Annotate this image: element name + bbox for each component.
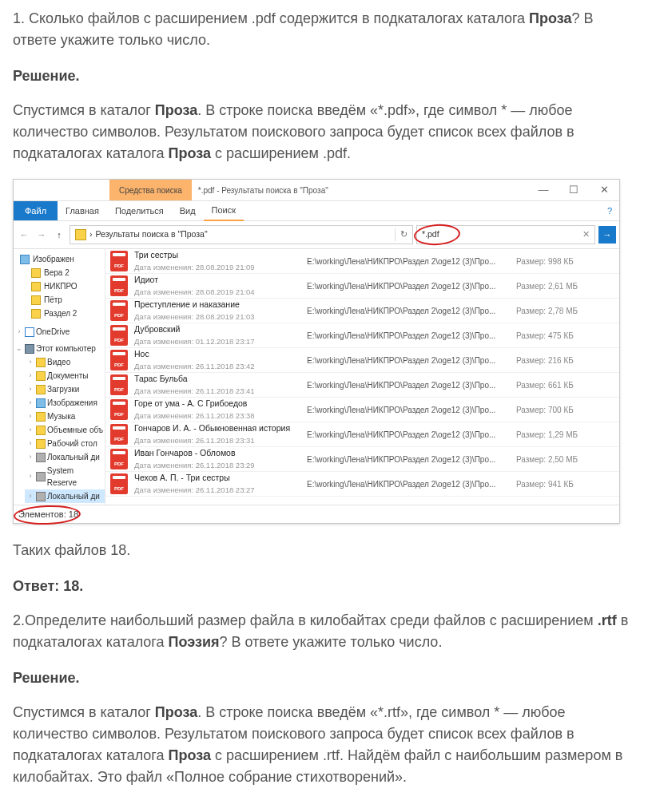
result-row[interactable]: Чехов А. П. - Три сестрыДата изменения: … bbox=[105, 472, 619, 497]
file-name: Горе от ума - А. С Грибоедов bbox=[134, 398, 300, 410]
sidebar-label: Раздел 2 bbox=[44, 307, 77, 319]
chevron-right-icon[interactable]: › bbox=[26, 357, 34, 368]
result-row[interactable]: ДубровскийДата изменения: 01.12.2018 23:… bbox=[105, 323, 619, 348]
titlebar: Средства поиска *.pdf - Результаты поиск… bbox=[14, 180, 619, 201]
result-row[interactable]: Гончаров И. А. - Обыкновенная историяДат… bbox=[105, 422, 619, 447]
chevron-right-icon[interactable]: › bbox=[26, 452, 34, 463]
sidebar-label: Документы bbox=[47, 370, 89, 382]
folder-icon bbox=[36, 412, 46, 422]
folder-icon bbox=[36, 371, 46, 381]
chevron-right-icon[interactable]: › bbox=[15, 327, 23, 338]
name-column: Иван Гончаров - ОбломовДата изменения: 2… bbox=[134, 447, 300, 471]
sidebar-item-images[interactable]: Изображен bbox=[14, 252, 105, 266]
result-row[interactable]: НосДата изменения: 26.11.2018 23:42E:\wo… bbox=[105, 348, 619, 373]
file-size: Размер: 661 КБ bbox=[510, 379, 574, 391]
tab-view[interactable]: Вид bbox=[172, 201, 204, 220]
nav-up-button[interactable]: ↑ bbox=[52, 228, 66, 242]
sidebar-item-music[interactable]: ›Музыка bbox=[25, 410, 105, 423]
nav-back-button[interactable]: ← bbox=[17, 228, 31, 242]
minimize-button[interactable]: — bbox=[528, 180, 559, 200]
sidebar-item-localdisk2[interactable]: ›Локальный ди bbox=[25, 489, 105, 503]
drive-icon bbox=[36, 492, 46, 501]
location-bar[interactable]: › Результаты поиска в "Проза" ↻ bbox=[70, 225, 413, 244]
refresh-icon[interactable]: ↻ bbox=[395, 228, 412, 241]
folder-icon bbox=[36, 426, 46, 435]
file-size: Размер: 2,61 МБ bbox=[510, 280, 578, 292]
search-tools-tab[interactable]: Средства поиска bbox=[109, 180, 192, 200]
file-date: Дата изменения: 26.11.2018 23:42 bbox=[134, 361, 300, 372]
sidebar-label: Вера 2 bbox=[44, 267, 70, 279]
sidebar-item-sysreserve[interactable]: ›System Reserve bbox=[25, 464, 105, 489]
file-path: E:\working\Лена\НИКПРО\Раздел 2\oge12 (3… bbox=[307, 379, 503, 391]
sidebar-item-vera[interactable]: Вера 2 bbox=[25, 266, 105, 279]
file-size: Размер: 216 КБ bbox=[510, 355, 574, 366]
chevron-right-icon[interactable]: › bbox=[26, 411, 34, 422]
maximize-button[interactable]: ☐ bbox=[559, 180, 589, 200]
pc-icon bbox=[25, 344, 34, 354]
name-column: Три сестрыДата изменения: 28.08.2019 21:… bbox=[134, 249, 300, 273]
result-list[interactable]: Три сестрыДата изменения: 28.08.2019 21:… bbox=[105, 249, 619, 505]
file-path: E:\working\Лена\НИКПРО\Раздел 2\oge12 (3… bbox=[307, 429, 503, 441]
sidebar-item-video[interactable]: ›Видео bbox=[25, 355, 105, 369]
name-column: НосДата изменения: 26.11.2018 23:42 bbox=[134, 348, 300, 372]
file-tab[interactable]: Файл bbox=[14, 201, 58, 220]
sidebar-item-thispc[interactable]: ⌄Этот компьютер bbox=[14, 342, 105, 355]
search-go-button[interactable]: → bbox=[598, 226, 616, 244]
q1-sol-c: с расширением .pdf. bbox=[211, 145, 351, 161]
q2-solution-heading: Решение. bbox=[13, 667, 639, 689]
close-button[interactable]: ✕ bbox=[589, 180, 619, 200]
result-row[interactable]: Тарас БульбаДата изменения: 26.11.2018 2… bbox=[105, 373, 619, 398]
result-row[interactable]: ИдиотДата изменения: 28.08.2019 21:04E:\… bbox=[105, 274, 619, 299]
pictures-icon bbox=[36, 398, 46, 408]
file-date: Дата изменения: 26.11.2018 23:27 bbox=[134, 485, 300, 496]
chevron-right-icon[interactable]: › bbox=[26, 438, 34, 450]
file-date: Дата изменения: 26.11.2018 23:41 bbox=[134, 386, 300, 397]
chevron-right-icon[interactable]: › bbox=[26, 398, 34, 409]
sidebar-item-3dobjects[interactable]: ›Объемные объ bbox=[25, 423, 105, 437]
help-icon[interactable]: ? bbox=[600, 204, 619, 218]
pdf-icon bbox=[110, 449, 128, 469]
chevron-right-icon[interactable]: › bbox=[26, 471, 34, 482]
sidebar-item-razdel[interactable]: Раздел 2 bbox=[25, 307, 105, 320]
chevron-right-icon[interactable]: › bbox=[26, 425, 34, 436]
result-row[interactable]: Иван Гончаров - ОбломовДата изменения: 2… bbox=[105, 447, 619, 472]
name-column: Тарас БульбаДата изменения: 26.11.2018 2… bbox=[134, 373, 300, 397]
chevron-down-icon[interactable]: ⌄ bbox=[15, 343, 23, 355]
sidebar-label: Этот компьютер bbox=[36, 343, 96, 355]
sidebar: Изображен Вера 2 НИКПРО Пётр Раздел 2 ›O… bbox=[14, 249, 105, 505]
search-input[interactable]: *.pdf ✕ bbox=[416, 225, 595, 244]
sidebar-item-petr[interactable]: Пётр bbox=[25, 293, 105, 307]
chevron-right-icon[interactable]: › bbox=[26, 491, 34, 502]
sidebar-item-desktop[interactable]: ›Рабочий стол bbox=[25, 437, 105, 450]
sidebar-item-nikpro[interactable]: НИКПРО bbox=[25, 279, 105, 293]
folder-icon bbox=[31, 295, 41, 305]
file-name: Дубровский bbox=[134, 323, 300, 336]
pdf-icon bbox=[110, 374, 128, 395]
q2-text-c: ? В ответе укажите только число. bbox=[219, 634, 442, 650]
file-date: Дата изменения: 01.12.2018 23:17 bbox=[134, 336, 300, 347]
nav-forward-button[interactable]: → bbox=[34, 228, 49, 242]
tab-share[interactable]: Поделиться bbox=[107, 201, 172, 220]
sidebar-item-onedrive[interactable]: ›OneDrive bbox=[14, 325, 105, 339]
result-row[interactable]: Преступление и наказаниеДата изменения: … bbox=[105, 299, 619, 323]
sidebar-item-pictures[interactable]: ›Изображения bbox=[25, 396, 105, 410]
tab-home[interactable]: Главная bbox=[58, 201, 107, 220]
result-row[interactable]: Горе от ума - А. С ГрибоедовДата изменен… bbox=[105, 398, 619, 422]
file-size: Размер: 700 КБ bbox=[510, 404, 574, 416]
sidebar-item-downloads[interactable]: ›Загрузки bbox=[25, 382, 105, 396]
chevron-right-icon[interactable]: › bbox=[26, 384, 34, 395]
pdf-icon bbox=[110, 399, 128, 420]
name-column: Преступление и наказаниеДата изменения: … bbox=[134, 299, 300, 323]
sidebar-item-docs[interactable]: ›Документы bbox=[25, 369, 105, 382]
name-column: Горе от ума - А. С ГрибоедовДата изменен… bbox=[134, 398, 300, 422]
chevron-right-icon[interactable]: › bbox=[26, 370, 34, 382]
file-name: Тарас Бульба bbox=[134, 373, 300, 386]
tab-search[interactable]: Поиск bbox=[204, 200, 244, 221]
q2-poem: Поэзия bbox=[169, 634, 220, 650]
folder-icon bbox=[36, 385, 46, 394]
result-row[interactable]: Три сестрыДата изменения: 28.08.2019 21:… bbox=[105, 249, 619, 274]
sidebar-item-localdisk1[interactable]: ›Локальный ди bbox=[25, 450, 105, 464]
sidebar-label: НИКПРО bbox=[44, 280, 78, 292]
clear-search-icon[interactable]: ✕ bbox=[578, 228, 594, 241]
pdf-icon bbox=[110, 300, 128, 321]
